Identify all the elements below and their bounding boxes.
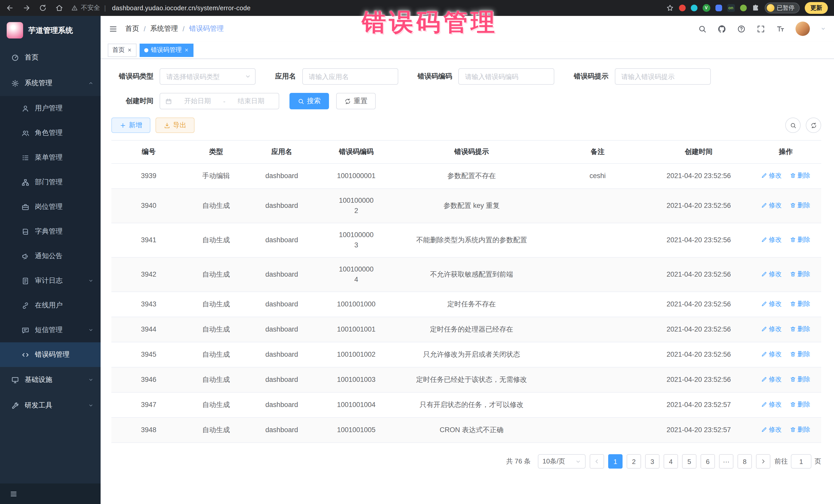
pagination-page-4[interactable]: 4 <box>664 454 678 468</box>
delete-link[interactable]: 删除 <box>790 235 810 245</box>
help-icon[interactable] <box>737 24 746 33</box>
avatar[interactable] <box>795 22 810 36</box>
edit-link[interactable]: 修改 <box>761 170 782 181</box>
pagination-page-1[interactable]: 1 <box>608 454 622 468</box>
logo-image <box>7 22 23 39</box>
sidebar-item-system[interactable]: 系统管理 <box>0 70 101 96</box>
extension-icon-5[interactable]: on <box>727 4 735 12</box>
pagination-page-3[interactable]: 3 <box>645 454 659 468</box>
sidebar-item-audit-logs[interactable]: 审计日志 <box>0 268 101 293</box>
github-icon[interactable] <box>718 24 726 33</box>
pagination-page-5[interactable]: 5 <box>682 454 697 468</box>
cell-actions: 修改 删除 <box>750 342 821 367</box>
sidebar-item-users[interactable]: 用户管理 <box>0 96 101 120</box>
bookmark-star-icon[interactable] <box>666 4 674 12</box>
sidebar-collapse-bar[interactable] <box>0 483 101 504</box>
error-type-select-input[interactable] <box>160 68 256 85</box>
toggle-search-button[interactable] <box>785 117 800 133</box>
date-range-picker[interactable]: 开始日期 - 结束日期 <box>160 93 279 109</box>
extensions-puzzle-icon[interactable] <box>752 4 759 12</box>
edit-link[interactable]: 修改 <box>761 269 782 279</box>
close-icon[interactable] <box>184 48 189 52</box>
table-row: 3941 自动生成 dashboard 100100000 3 不能删除类型为系… <box>111 223 821 257</box>
sidebar-item-sms[interactable]: 短信管理 <box>0 318 101 342</box>
sidebar-item-home[interactable]: 首页 <box>0 45 101 70</box>
delete-link[interactable]: 删除 <box>790 299 810 309</box>
edit-link[interactable]: 修改 <box>761 324 782 334</box>
breadcrumb-system[interactable]: 系统管理 <box>150 24 178 34</box>
delete-link[interactable]: 删除 <box>790 424 810 435</box>
profile-paused-badge[interactable]: 已暂停 <box>765 3 799 13</box>
hamburger-icon[interactable] <box>10 490 18 498</box>
delete-icon <box>790 301 796 307</box>
edit-link[interactable]: 修改 <box>761 299 782 309</box>
edit-link[interactable]: 修改 <box>761 424 782 435</box>
extension-icon-2[interactable] <box>690 5 697 11</box>
sidebar-item-label: 菜单管理 <box>35 153 93 162</box>
edit-link[interactable]: 修改 <box>761 235 782 245</box>
pagination-page-2[interactable]: 2 <box>627 454 641 468</box>
pagination-more[interactable]: ··· <box>719 454 733 468</box>
url-separator: | <box>103 4 107 12</box>
extension-icon-1[interactable] <box>679 5 685 11</box>
edit-link[interactable]: 修改 <box>761 399 782 410</box>
fullscreen-icon[interactable] <box>756 24 765 33</box>
export-button[interactable]: 导出 <box>155 117 195 133</box>
pagination-next-button[interactable] <box>756 454 770 468</box>
edit-link[interactable]: 修改 <box>761 349 782 359</box>
address-bar[interactable]: dashboard.yudao.iocoder.cn/system/error-… <box>112 4 661 12</box>
sidebar-item-depts[interactable]: 部门管理 <box>0 170 101 195</box>
security-indicator[interactable]: 不安全 | <box>71 4 107 12</box>
page-size-select[interactable]: 10条/页 <box>538 454 586 468</box>
delete-link[interactable]: 删除 <box>790 399 810 410</box>
edit-link[interactable]: 修改 <box>761 200 782 211</box>
back-icon[interactable] <box>6 4 14 12</box>
close-icon[interactable] <box>127 48 132 52</box>
refresh-table-button[interactable] <box>806 117 821 133</box>
search-icon[interactable] <box>698 24 707 33</box>
sidebar-item-error-codes[interactable]: 错误码管理 <box>0 342 101 367</box>
error-type-select[interactable] <box>160 68 256 85</box>
extension-icon-6[interactable] <box>740 5 746 11</box>
delete-link[interactable]: 删除 <box>790 269 810 279</box>
forward-icon[interactable] <box>23 4 30 12</box>
pagination-page-8[interactable]: 8 <box>738 454 752 468</box>
sidebar-item-infrastructure[interactable]: 基础设施 <box>0 367 101 393</box>
delete-link[interactable]: 删除 <box>790 324 810 334</box>
sidebar-item-posts[interactable]: 岗位管理 <box>0 195 101 219</box>
tab-home[interactable]: 首页 <box>108 43 136 57</box>
extension-icon-4[interactable] <box>715 5 722 11</box>
home-icon[interactable] <box>56 4 63 12</box>
reload-icon[interactable] <box>39 4 47 12</box>
delete-link[interactable]: 删除 <box>790 374 810 385</box>
font-size-icon[interactable] <box>776 24 785 33</box>
delete-link[interactable]: 删除 <box>790 200 810 211</box>
goto-page-input[interactable] <box>791 454 811 468</box>
update-button[interactable]: 更新 <box>805 2 828 14</box>
pagination-page-6[interactable]: 6 <box>701 454 715 468</box>
app-logo[interactable]: 芋道管理系统 <box>0 16 101 45</box>
sidebar-item-notices[interactable]: 通知公告 <box>0 244 101 268</box>
pagination-prev-button[interactable] <box>590 454 604 468</box>
add-button[interactable]: 新增 <box>111 117 150 133</box>
search-button[interactable]: 搜索 <box>289 93 329 109</box>
chevron-down-icon[interactable] <box>821 26 826 31</box>
delete-link[interactable]: 删除 <box>790 170 810 181</box>
error-hint-input[interactable] <box>615 68 710 85</box>
edit-link[interactable]: 修改 <box>761 374 782 385</box>
sidebar-item-roles[interactable]: 角色管理 <box>0 120 101 145</box>
sidebar-toggle-icon[interactable] <box>109 24 117 33</box>
sidebar-item-menus[interactable]: 菜单管理 <box>0 145 101 170</box>
error-code-input[interactable] <box>458 68 554 85</box>
sidebar-item-online-users[interactable]: 在线用户 <box>0 293 101 318</box>
reset-button[interactable]: 重置 <box>336 93 376 109</box>
delete-link[interactable]: 删除 <box>790 349 810 359</box>
sidebar-item-dicts[interactable]: 字典管理 <box>0 219 101 244</box>
tab-error-code[interactable]: 错误码管理 <box>139 43 194 57</box>
sidebar-item-dev-tools[interactable]: 研发工具 <box>0 393 101 418</box>
breadcrumb-home[interactable]: 首页 <box>125 24 139 34</box>
extension-icon-3[interactable]: V <box>702 4 710 12</box>
edit-icon <box>761 351 767 357</box>
menu-icon <box>22 154 29 161</box>
app-name-input[interactable] <box>302 68 398 85</box>
